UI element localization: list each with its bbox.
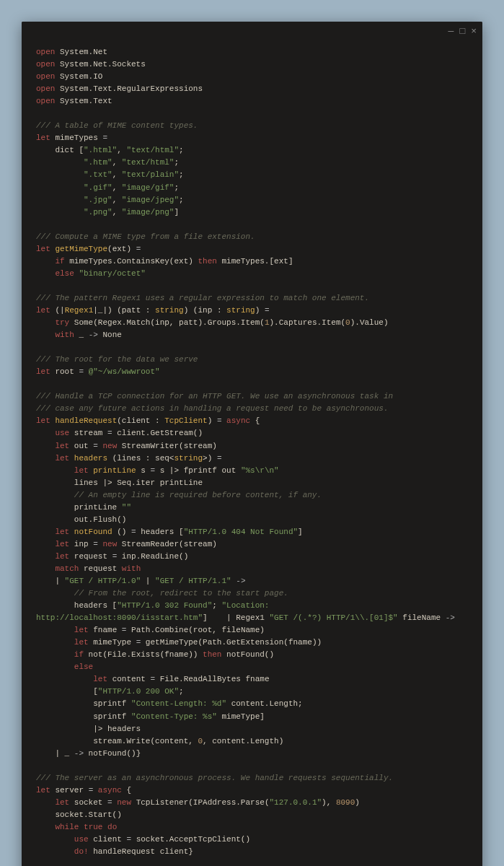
code-line: let request = inp.ReadLine() bbox=[36, 551, 468, 563]
code-line bbox=[36, 858, 468, 866]
code-line: let getMimeType(ext) = bbox=[36, 243, 468, 255]
code-line: do! handleRequest client} bbox=[36, 846, 468, 858]
code-line: /// case any future actions in handling … bbox=[36, 403, 468, 415]
code-line: else bbox=[36, 661, 468, 673]
code-line bbox=[36, 108, 468, 120]
code-line: /// Handle a TCP connection for an HTTP … bbox=[36, 390, 468, 403]
code-line: // From the root, redirect to the start … bbox=[36, 587, 468, 600]
code-line bbox=[36, 760, 468, 772]
code-line bbox=[36, 219, 468, 231]
code-line: open System.Net.Sockets bbox=[36, 58, 468, 71]
code-line: /// The root for the data we serve bbox=[36, 354, 468, 366]
code-line: socket.Start() bbox=[36, 809, 468, 821]
code-line: /// Compute a MIME type from a file exte… bbox=[36, 231, 468, 243]
code-line bbox=[36, 341, 468, 354]
code-line: | "GET / HTTP/1.0" | "GET / HTTP/1.1" -> bbox=[36, 575, 468, 587]
code-line: use stream = client.GetStream() bbox=[36, 427, 468, 439]
close-button[interactable]: × bbox=[471, 27, 477, 36]
code-line: headers ["HTTP/1.0 302 Found"; "Location… bbox=[36, 600, 468, 612]
titlebar: — □ × bbox=[22, 22, 482, 40]
code-line: ".jpg", "image/jpeg"; bbox=[36, 194, 468, 206]
code-line: http://localhost:8090/iisstart.htm"] | R… bbox=[36, 612, 468, 624]
code-line: let notFound () = headers ["HTTP/1.0 404… bbox=[36, 526, 468, 538]
code-line: open System.Net bbox=[36, 46, 468, 58]
code-line: let socket = new TcpListener(IPAddress.P… bbox=[36, 797, 468, 809]
code-line: with _ -> None bbox=[36, 329, 468, 341]
code-line: open System.Text bbox=[36, 95, 468, 108]
code-line: /// A table of MIME content types. bbox=[36, 120, 468, 132]
code-line: ".png", "image/png"] bbox=[36, 206, 468, 219]
code-line: while true do bbox=[36, 821, 468, 834]
code-line: else "binary/octet" bbox=[36, 268, 468, 280]
code-line bbox=[36, 378, 468, 390]
code-line: // An empty line is required before cont… bbox=[36, 489, 468, 502]
code-line: sprintf "Content-Length: %d" content.Len… bbox=[36, 698, 468, 710]
code-line: if not(File.Exists(fname)) then notFound… bbox=[36, 649, 468, 661]
code-line: let out = new StreamWriter(stream) bbox=[36, 440, 468, 452]
code-line: let (|Regex1|_|) (patt : string) (inp : … bbox=[36, 305, 468, 317]
code-line: open System.IO bbox=[36, 71, 468, 83]
code-line: ".htm", "text/html"; bbox=[36, 157, 468, 169]
code-line: /// The pattern Regex1 uses a regular ex… bbox=[36, 292, 468, 305]
code-line: | _ -> notFound()} bbox=[36, 748, 468, 760]
code-line: let inp = new StreamReader(stream) bbox=[36, 538, 468, 551]
maximize-button[interactable]: □ bbox=[459, 27, 465, 36]
code-line: let content = File.ReadAllBytes fname bbox=[36, 673, 468, 686]
code-line: sprintf "Content-Type: %s" mimeType] bbox=[36, 711, 468, 723]
code-line: |> headers bbox=[36, 723, 468, 735]
code-line: try Some(Regex.Match(inp, patt).Groups.I… bbox=[36, 317, 468, 329]
code-line: let server = async { bbox=[36, 784, 468, 797]
code-line: printLine "" bbox=[36, 502, 468, 514]
code-line: let fname = Path.Combine(root, fileName) bbox=[36, 624, 468, 637]
code-line: if mimeTypes.ContainsKey(ext) then mimeT… bbox=[36, 255, 468, 268]
code-line: use client = socket.AcceptTcpClient() bbox=[36, 834, 468, 846]
code-line: dict [".html", "text/html"; bbox=[36, 144, 468, 157]
code-line: let printLine s = s |> fprintf out "%s\r… bbox=[36, 465, 468, 477]
code-line: let mimeTypes = bbox=[36, 132, 468, 144]
code-line: /// The server as an asynchronous proces… bbox=[36, 772, 468, 784]
code-line: ".gif", "image/gif"; bbox=[36, 182, 468, 194]
minimize-button[interactable]: — bbox=[448, 27, 454, 36]
code-line: match request with bbox=[36, 563, 468, 575]
code-line: let mimeType = getMimeType(Path.GetExten… bbox=[36, 637, 468, 649]
code-line: ["HTTP/1.0 200 OK"; bbox=[36, 686, 468, 698]
code-line: lines |> Seq.iter printLine bbox=[36, 477, 468, 489]
code-line: out.Flush() bbox=[36, 514, 468, 526]
code-line: let handleRequest(client : TcpClient) = … bbox=[36, 415, 468, 427]
code-line: ".txt", "text/plain"; bbox=[36, 169, 468, 181]
code-line: let root = @"~/ws/wwwroot" bbox=[36, 366, 468, 378]
code-line: open System.Text.RegularExpressions bbox=[36, 83, 468, 95]
code-line bbox=[36, 280, 468, 292]
code-line: let headers (lines : seq<string>) = bbox=[36, 452, 468, 465]
code-editor[interactable]: open System.Netopen System.Net.Socketsop… bbox=[22, 40, 482, 866]
editor-window: — □ × open System.Netopen System.Net.Soc… bbox=[22, 22, 482, 866]
code-line: stream.Write(content, 0, content.Length) bbox=[36, 735, 468, 748]
